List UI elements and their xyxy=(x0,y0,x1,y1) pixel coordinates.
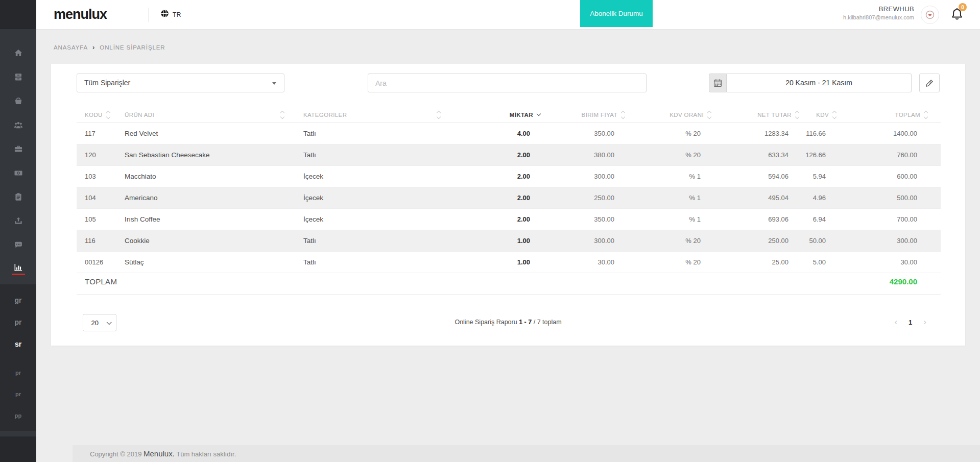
cell-urun-adi: Sütlaç xyxy=(116,258,296,266)
sidebar-submenu-item-0[interactable]: gr xyxy=(0,296,36,304)
copyright-suffix: Tüm hakları saklıdır. xyxy=(175,450,236,458)
table-header-row: KODUÜRÜN ADIKATEGORİLERMİKTARBİRİM FİYAT… xyxy=(77,107,941,123)
users-icon xyxy=(14,120,23,130)
cell-kdv-orani: % 20 xyxy=(629,130,715,137)
cell-kdv: 5.00 xyxy=(803,258,840,266)
table-row[interactable]: 105Irısh Coffeeİçecek2.00350.00% 1693.06… xyxy=(77,209,941,230)
sidebar-submenu-item-5[interactable]: pp xyxy=(0,412,36,419)
user-menu[interactable]: BREWHUB h.kilbahri807@menulux.com xyxy=(843,5,914,20)
cell-urun-adi: Red Velvet xyxy=(116,130,296,137)
cell-kdv: 126.66 xyxy=(803,151,840,159)
pagination-summary: Online Sipariş Raporu 1 - 7 / 7 toplam xyxy=(51,319,965,326)
column-header-toplam[interactable]: TOPLAM xyxy=(840,111,941,118)
cell-birim-fiyat: 350.00 xyxy=(544,130,629,137)
cell-kdv: 50.00 xyxy=(803,237,840,245)
search-input[interactable] xyxy=(368,74,647,92)
sidebar-item-orders[interactable] xyxy=(0,185,36,209)
notification-count-badge: 0 xyxy=(959,3,967,11)
sidebar-item-products[interactable] xyxy=(0,89,36,113)
order-filter-select[interactable]: Tüm Siparişler xyxy=(77,74,284,92)
cell-kdv: 116.66 xyxy=(803,130,840,137)
current-page[interactable]: 1 xyxy=(909,319,912,326)
column-header-miktar[interactable]: MİKTAR xyxy=(447,112,544,118)
cell-toplam: 760.00 xyxy=(840,151,941,159)
table-body: 117Red VelvetTatlı4.00350.00% 201283.341… xyxy=(77,123,941,273)
column-header-kategoriler[interactable]: KATEGORİLER xyxy=(296,111,447,118)
table-row[interactable]: 117Red VelvetTatlı4.00350.00% 201283.341… xyxy=(77,123,941,144)
sidebar-submenu-item-3[interactable]: pr xyxy=(0,370,36,376)
breadcrumb-home[interactable]: ANASAYFA xyxy=(54,44,88,51)
cell-kdv: 5.94 xyxy=(803,173,840,180)
table-row[interactable]: 103Macchiatoİçecek2.00300.00% 1594.065.9… xyxy=(77,166,941,187)
column-label: KDV xyxy=(816,112,829,118)
sidebar-submenu-item-2[interactable]: sr xyxy=(0,340,36,348)
avatar[interactable] xyxy=(921,6,939,24)
table-row[interactable]: 120San Sebastian CheesecakeTatlı2.00380.… xyxy=(77,144,941,166)
cell-kodu: 116 xyxy=(77,237,116,245)
cell-kdv-orani: % 1 xyxy=(629,173,715,180)
sidebar-logo-box xyxy=(0,0,36,29)
sort-icon xyxy=(796,111,799,118)
clear-date-button[interactable] xyxy=(919,74,940,92)
chevron-down-icon xyxy=(272,82,276,85)
cell-urun-adi: Americano xyxy=(116,194,296,202)
previous-page-icon[interactable]: ‹ xyxy=(894,317,897,327)
footer-brand: Menulux. xyxy=(144,449,175,458)
sidebar-submenu-item-4[interactable]: pr xyxy=(0,391,36,397)
sidebar-item-home[interactable] xyxy=(0,41,36,65)
orders-table: KODUÜRÜN ADIKATEGORİLERMİKTARBİRİM FİYAT… xyxy=(77,107,941,273)
sidebar-item-staff[interactable] xyxy=(0,137,36,161)
pager: ‹ 1 › xyxy=(894,317,926,327)
cell-net-tutar: 1283.34 xyxy=(715,130,803,137)
column-header-urun-adi[interactable]: ÜRÜN ADI xyxy=(116,111,296,118)
cell-net-tutar: 594.06 xyxy=(715,173,803,180)
cell-kategoriler: Tatlı xyxy=(296,130,447,137)
cell-kodu: 103 xyxy=(77,173,116,180)
column-header-net-tutar[interactable]: NET TUTAR xyxy=(715,111,803,118)
cell-kodu: 120 xyxy=(77,151,116,159)
sidebar-item-archive[interactable] xyxy=(0,65,36,89)
sidebar-item-import[interactable] xyxy=(0,209,36,233)
sidebar-submenu-item-1[interactable]: pr xyxy=(0,318,36,326)
language-label: TR xyxy=(173,11,181,18)
table-row[interactable]: 116CookkieTatlı1.00300.00% 20250.0050.00… xyxy=(77,230,941,252)
basket-icon xyxy=(14,96,23,106)
chat-icon xyxy=(14,240,23,250)
cell-urun-adi: Cookkie xyxy=(116,237,296,245)
column-label: NET TUTAR xyxy=(757,112,792,118)
cell-miktar: 4.00 xyxy=(447,130,544,137)
sidebar-item-reports[interactable] xyxy=(0,257,36,281)
subscription-status-button[interactable]: Abonelik Durumu xyxy=(580,0,653,27)
table-row[interactable]: 104Americanoİçecek2.00250.00% 1495.044.9… xyxy=(77,187,941,209)
sidebar-item-messages[interactable] xyxy=(0,233,36,257)
sidebar-item-customers[interactable] xyxy=(0,113,36,137)
next-page-icon[interactable]: › xyxy=(923,317,926,327)
column-header-birim-fiyat[interactable]: BİRİM FİYAT xyxy=(544,111,629,118)
menulux-logo[interactable]: menulux xyxy=(54,0,107,29)
user-name: BREWHUB xyxy=(843,5,914,13)
cell-kategoriler: İçecek xyxy=(296,215,447,223)
cell-miktar: 2.00 xyxy=(447,194,544,202)
cell-toplam: 30.00 xyxy=(840,258,941,266)
date-range-field[interactable]: 20 Kasım - 21 Kasım xyxy=(727,74,912,92)
cell-kategoriler: Tatlı xyxy=(296,237,447,245)
cell-toplam: 500.00 xyxy=(840,194,941,202)
column-label: ÜRÜN ADI xyxy=(125,112,154,118)
header-divider xyxy=(148,8,149,22)
column-header-kodu[interactable]: KODU xyxy=(77,111,116,118)
breadcrumb: ANASAYFA › ONLİNE SİPARİŞLER xyxy=(54,43,165,51)
column-header-kdv[interactable]: KDV xyxy=(803,111,840,118)
upload-icon xyxy=(14,216,23,226)
active-indicator xyxy=(12,274,25,275)
top-header: menulux TR Abonelik Durumu BREWHUB h.kil… xyxy=(36,0,980,30)
calendar-button[interactable] xyxy=(709,74,727,92)
language-selector[interactable]: TR xyxy=(160,0,181,29)
copyright-prefix: Copyright © 2019 xyxy=(90,450,144,458)
sidebar-item-payments[interactable] xyxy=(0,161,36,185)
globe-icon xyxy=(160,9,169,20)
sort-icon xyxy=(833,111,836,118)
column-header-kdv-orani[interactable]: KDV ORANI xyxy=(629,111,715,118)
column-label: TOPLAM xyxy=(895,112,920,118)
cell-net-tutar: 250.00 xyxy=(715,237,803,245)
column-label: KDV ORANI xyxy=(670,112,704,118)
